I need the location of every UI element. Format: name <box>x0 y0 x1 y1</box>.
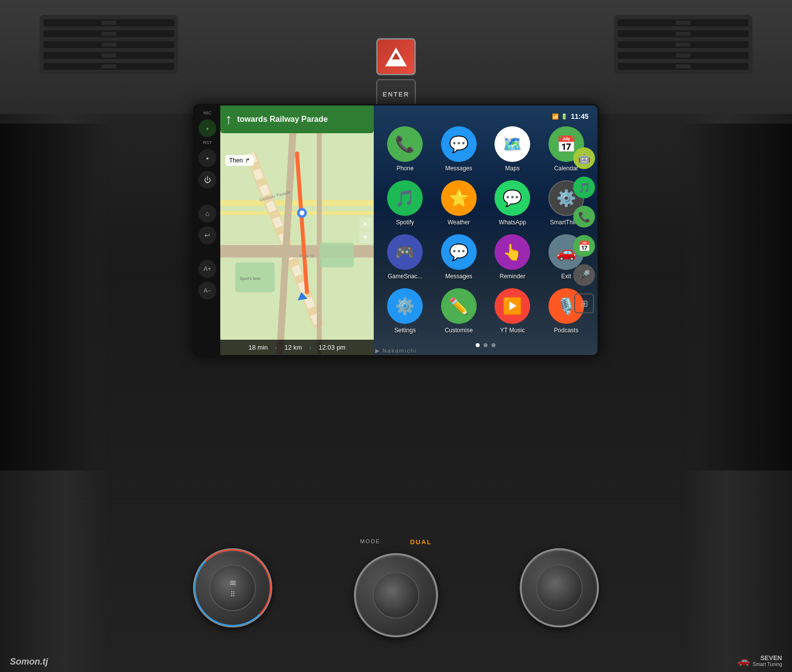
off-label: OFF <box>551 590 568 598</box>
map-scroll-up[interactable]: ▲ <box>359 217 371 229</box>
navigation-map[interactable]: Sport's field Gelibolu Parade Park St ↑ … <box>220 105 374 355</box>
navigation-header: ↑ towards Railway Parade <box>220 105 374 133</box>
then-arrow-icon: ↱ <box>245 157 250 164</box>
ytmusic-icon: ▶️ <box>495 288 530 324</box>
map-scroll-controls: ▲ ▼ <box>359 217 371 243</box>
seven-car-icon: 🚗 <box>738 655 750 667</box>
gamesnacks-icon: 🎮 <box>387 234 423 270</box>
home-button[interactable]: ⌂ <box>198 205 216 222</box>
vent-slat <box>618 52 748 59</box>
calendar-side-app[interactable]: 📅 <box>573 235 595 257</box>
app-whatsapp[interactable]: 💬 WhatsApp <box>489 180 537 228</box>
app-weather[interactable]: ⭐ Weather <box>435 180 483 228</box>
left-temp-knob[interactable]: ≋ ⠿ <box>193 548 272 627</box>
phone-icon: 📞 <box>387 126 423 162</box>
podcasts-label: Podcasts <box>554 327 578 334</box>
vent-slat <box>618 41 748 48</box>
reminder-label: Reminder <box>499 273 525 280</box>
map-scroll-down[interactable]: ▼ <box>359 231 371 243</box>
app-launcher-area: 📶 🔋 11:45 📞 Phone 💬 Messages 🗺️ <box>374 105 597 355</box>
hvac-controls: ≋ ⠿ MODE DUAL − A/C + ↺ AUTO O <box>173 528 619 647</box>
auto-off-display: AUTO OFF <box>545 578 574 598</box>
maps-icon: 🗺️ <box>495 126 530 162</box>
map-svg: Sport's field Gelibolu Parade Park St <box>220 105 374 355</box>
hazard-button[interactable] <box>376 38 416 75</box>
mode-label: MODE <box>360 538 380 546</box>
page-dot-2[interactable] <box>484 343 488 347</box>
whatsapp-label: WhatsApp <box>499 219 526 226</box>
auto-label: AUTO <box>545 578 574 589</box>
nav-then-indicator: Then ↱ <box>225 155 254 166</box>
plus-icon: + <box>405 587 409 595</box>
rst-label: RST <box>203 140 212 145</box>
mic-button[interactable]: ● <box>198 119 216 137</box>
center-ac-knob[interactable]: − A/C + ↺ <box>354 553 438 637</box>
nakamichi-logo: ▶ Nakamichi <box>375 348 417 354</box>
android-side-app[interactable]: 🤖 <box>573 148 595 169</box>
app-messages[interactable]: 💬 Messages <box>435 126 483 174</box>
back-button[interactable]: ↩ <box>198 226 216 244</box>
ytmusic-label: YT Music <box>500 327 525 334</box>
spotify-icon: 🎵 <box>387 180 423 216</box>
app-ytmusic[interactable]: ▶️ YT Music <box>489 288 537 336</box>
phone-label: Phone <box>396 165 414 172</box>
app-grid: 📞 Phone 💬 Messages 🗺️ Maps 📅 Calendar <box>379 122 593 340</box>
spotify-side-app[interactable]: 🎵 <box>573 177 595 199</box>
volume-up-button[interactable]: A+ <box>198 260 216 278</box>
eta-distance: 12 km <box>285 344 302 351</box>
phone-side-app[interactable]: 📞 <box>573 206 595 228</box>
page-dot-3[interactable] <box>492 343 495 347</box>
fan-defrost-icon: ⠿ <box>230 590 235 598</box>
whatsapp-icon: 💬 <box>495 180 530 216</box>
hazard-area: ENTER <box>376 38 416 109</box>
screen-content: MIC ● RST ● ⏻ ⌂ ↩ A+ A− <box>195 105 597 355</box>
battery-icon: 🔋 <box>561 113 568 120</box>
page-dot-1[interactable] <box>476 343 480 347</box>
app-settings[interactable]: ⚙️ Settings <box>381 288 429 336</box>
dashboard-top: ENTER <box>0 0 792 114</box>
power-button[interactable]: ⏻ <box>198 171 216 189</box>
right-temp-knob[interactable]: AUTO OFF <box>520 548 599 627</box>
svg-text:Sport's field: Sport's field <box>240 276 260 281</box>
seven-logo: 🚗 SEVEN Smart Tuning <box>738 654 782 667</box>
vent-right <box>614 15 752 74</box>
vent-slat <box>44 63 174 70</box>
app-gamesnacks[interactable]: 🎮 GameSnac... <box>381 234 429 282</box>
vent-slat <box>44 41 174 48</box>
app-maps[interactable]: 🗺️ Maps <box>489 126 537 174</box>
steering-column-right <box>678 124 792 470</box>
svg-rect-7 <box>319 243 354 267</box>
navigation-eta: 18 min · 12 km · 12:03 pm <box>220 340 374 355</box>
customise-label: Customise <box>445 327 473 334</box>
ac-label: A/C <box>390 587 402 595</box>
app-spotify[interactable]: 🎵 Spotify <box>381 180 429 228</box>
svg-point-12 <box>299 210 304 215</box>
status-bar: 📶 🔋 11:45 <box>379 110 593 122</box>
hvac-center-panel: MODE DUAL − A/C + ↺ <box>354 538 438 637</box>
app-reminder[interactable]: 👆 Reminder <box>489 234 537 282</box>
app-phone[interactable]: 📞 Phone <box>381 126 429 174</box>
eta-separator2: · <box>309 344 311 351</box>
mic-label: MIC <box>203 110 212 115</box>
app-messages2[interactable]: 💬 Messages <box>435 234 483 282</box>
brand-label: ▶ Nakamichi <box>375 347 417 355</box>
rst-button[interactable]: ● <box>198 149 216 167</box>
settings-icon: ⚙️ <box>387 288 423 324</box>
mic-side-app[interactable]: 🎤 <box>573 264 595 286</box>
messages2-label: Messages <box>445 273 472 280</box>
spotify-label: Spotify <box>396 219 414 226</box>
eta-time: 18 min <box>248 344 268 351</box>
reminder-icon: 👆 <box>495 234 530 270</box>
volume-down-button[interactable]: A− <box>198 282 216 300</box>
messages-icon: 💬 <box>441 126 477 162</box>
grid-side-app[interactable]: ⊞ <box>574 294 594 313</box>
app-customise[interactable]: ✏️ Customise <box>435 288 483 336</box>
then-label: Then <box>229 157 243 164</box>
nav-direction-text: towards Railway Parade <box>237 114 328 124</box>
left-temp-knob-group: ≋ ⠿ <box>193 548 272 627</box>
vent-slat <box>618 30 748 37</box>
weather-label: Weather <box>447 219 470 226</box>
ac-controls: − A/C + <box>383 587 409 595</box>
hazard-icon <box>385 48 407 66</box>
vent-slat <box>618 63 748 70</box>
